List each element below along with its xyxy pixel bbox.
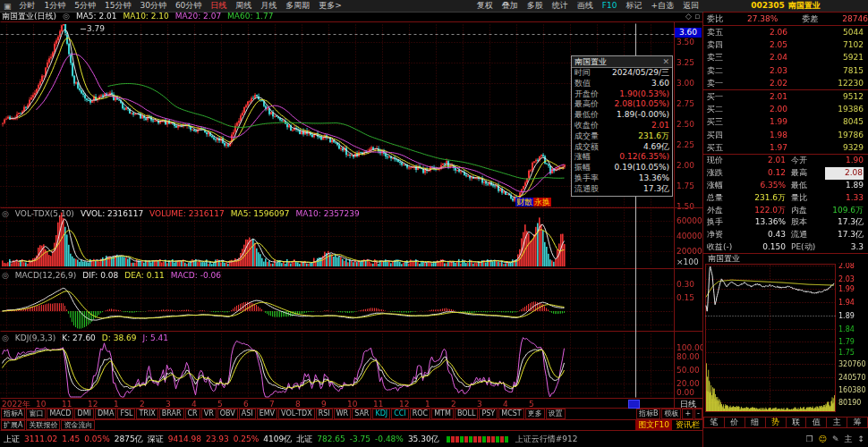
indicator-tab[interactable]: MACD bbox=[47, 409, 73, 419]
indicator-tab[interactable]: BRAR bbox=[159, 409, 184, 419]
menu-item-period[interactable]: 15分钟 bbox=[100, 0, 135, 12]
indicator-tab[interactable]: ROC bbox=[410, 409, 430, 419]
indicator-tab[interactable]: BOLL bbox=[455, 409, 479, 419]
indicator-tab[interactable]: VR bbox=[201, 409, 217, 419]
menu-item-tool[interactable]: 叠加 bbox=[498, 0, 523, 12]
indicator-tab[interactable]: MTM bbox=[431, 409, 454, 419]
menu-item-period[interactable]: 60分钟 bbox=[171, 0, 206, 12]
tools-menu: 复权叠加多股统计画线F10标记+自选返回 bbox=[472, 0, 703, 12]
indicator-tab-right[interactable]: - bbox=[694, 409, 702, 419]
close-icon[interactable]: ✕ bbox=[662, 56, 669, 67]
indicator-tab[interactable]: 更多 bbox=[525, 409, 545, 419]
right-panel-tab[interactable]: 值 bbox=[805, 417, 827, 428]
indicator-tab[interactable]: VOL-TDX bbox=[278, 409, 315, 419]
menu-item-tool[interactable]: 统计 bbox=[548, 0, 573, 12]
kline-info-tooltip[interactable]: 南国置业 ✕ 时间2024/05/29/三数值3.60开盘价1.90(0.53%… bbox=[571, 55, 673, 197]
menu-item-period[interactable]: 5分钟 bbox=[70, 0, 100, 12]
indicator-tab-right[interactable]: 指标B bbox=[636, 409, 661, 419]
sh-index-label[interactable]: 上证 bbox=[4, 434, 20, 445]
status-icon[interactable]: ☺ bbox=[819, 434, 827, 443]
bid-row[interactable]: 买三1.998045 bbox=[704, 115, 866, 128]
indicator-tab[interactable]: DMI bbox=[74, 409, 93, 419]
indicator-tab[interactable]: SAR bbox=[352, 409, 371, 419]
chart-header: 南国置业(日线) ◎ MA5: 2.01MA10: 2.10MA20: 2.07… bbox=[2, 12, 700, 21]
indicator-tab[interactable]: TRIX bbox=[136, 409, 157, 419]
menu-item-tool[interactable]: 标记 bbox=[621, 0, 646, 12]
bj-index-label[interactable]: 北证 bbox=[296, 434, 312, 445]
indicator-tab[interactable]: CCI bbox=[391, 409, 409, 419]
scrollbar-thumb[interactable] bbox=[628, 400, 640, 409]
right-panel-tab[interactable]: 势 bbox=[765, 417, 787, 428]
ask-row[interactable]: 卖五2.065044 bbox=[704, 26, 866, 38]
dropdown-icon[interactable]: ◎ bbox=[63, 12, 70, 21]
indicator-tab[interactable]: EMV bbox=[257, 409, 277, 419]
menu-item-tool[interactable]: 多股 bbox=[523, 0, 548, 12]
status-icon[interactable]: ↕ bbox=[857, 434, 864, 443]
right-panel-tab[interactable]: 联 bbox=[786, 417, 807, 428]
x-axis-label: 7 bbox=[269, 400, 295, 409]
ask-row[interactable]: 卖四2.057102 bbox=[704, 38, 866, 51]
bid-row[interactable]: 买二2.0019386 bbox=[704, 103, 866, 115]
menu-item-period[interactable]: 分时 bbox=[15, 0, 40, 12]
menu-item-period[interactable]: 月线 bbox=[256, 0, 281, 12]
status-icon[interactable]: 主 bbox=[844, 434, 852, 445]
ask-row[interactable]: 卖一2.0212230 bbox=[704, 77, 866, 89]
right-panel-tab[interactable]: 笔 bbox=[703, 417, 725, 428]
indicator-tab[interactable]: DMA bbox=[95, 409, 117, 419]
indicator-tab[interactable]: ASI bbox=[239, 409, 256, 419]
intraday-mini-chart-canvas[interactable] bbox=[703, 263, 868, 417]
indicator-tab[interactable]: PSY bbox=[479, 409, 498, 419]
indicator-tab[interactable]: WR bbox=[334, 409, 351, 419]
extension-tab[interactable]: 资金流向 bbox=[61, 420, 95, 430]
ma-value-label: MA5: 2.01 bbox=[76, 12, 117, 21]
zixun-button[interactable]: 资讯栏 bbox=[673, 420, 702, 430]
collapse-icon[interactable]: ◎ bbox=[2, 271, 9, 280]
indicator-tab-right[interactable]: 模板 bbox=[661, 409, 681, 419]
indicator-tab[interactable]: KDJ bbox=[372, 409, 390, 419]
indicator-tab[interactable]: 指标A bbox=[1, 409, 25, 419]
indicator-tab[interactable]: RSI bbox=[316, 409, 333, 419]
indicator-tab[interactable]: MCST bbox=[498, 409, 523, 419]
chart-corner-icons[interactable]: ◇ ▫ bbox=[685, 12, 700, 21]
ask-row[interactable]: 卖三2.045921 bbox=[704, 51, 866, 63]
extension-tab[interactable]: 扩展A bbox=[1, 420, 25, 430]
ask-row[interactable]: 卖二2.037815 bbox=[704, 64, 866, 77]
indicator-tab[interactable]: CR bbox=[185, 409, 200, 419]
sh-index-amount: 2875亿 bbox=[115, 434, 143, 445]
right-panel-tab[interactable]: 筹 bbox=[847, 417, 868, 428]
collapse-icon[interactable]: ◎ bbox=[2, 333, 9, 342]
indicator-tab[interactable]: 设置 bbox=[546, 409, 566, 419]
window-icon[interactable]: ▣ bbox=[0, 2, 15, 11]
menu-item-tool[interactable]: +自选 bbox=[646, 0, 678, 12]
bid-levels: 买一2.019512买二2.0019386买三1.998045买四1.98197… bbox=[704, 90, 866, 154]
sz-index-change: 23.93 bbox=[206, 434, 229, 443]
menu-item-tool[interactable]: 返回 bbox=[678, 0, 703, 12]
f10-button[interactable]: 图文F10 bbox=[635, 420, 672, 430]
status-icon[interactable]: ✎ bbox=[832, 434, 839, 443]
indicator-tab[interactable]: 窗口 bbox=[26, 409, 46, 419]
right-panel-tab[interactable]: 价 bbox=[724, 417, 745, 428]
menu-item-period[interactable]: 1分钟 bbox=[40, 0, 71, 12]
indicator-value-label: KDJ(9,3,3) bbox=[15, 333, 55, 342]
tooltip-row: 成交量231.6万 bbox=[572, 131, 672, 142]
status-icon[interactable]: ❐ bbox=[805, 434, 813, 443]
menu-item-tool[interactable]: 复权 bbox=[472, 0, 498, 12]
indicator-tab-right[interactable]: + bbox=[682, 409, 694, 419]
menu-item-tool[interactable]: F10 bbox=[598, 0, 622, 12]
extension-tab[interactable]: 关联报价 bbox=[26, 420, 60, 430]
menu-item-period[interactable]: 30分钟 bbox=[135, 0, 170, 12]
right-panel-tab[interactable]: 细 bbox=[745, 417, 766, 428]
menu-item-period[interactable]: 更多> bbox=[314, 0, 346, 12]
sz-index-label[interactable]: 深证 bbox=[148, 434, 164, 445]
collapse-icon[interactable]: ◎ bbox=[2, 209, 9, 218]
menu-item-period[interactable]: 周线 bbox=[231, 0, 256, 12]
bid-row[interactable]: 买一2.019512 bbox=[704, 90, 866, 103]
bid-row[interactable]: 买五1.979329 bbox=[704, 141, 866, 154]
menu-item-period[interactable]: 日线 bbox=[206, 0, 231, 12]
bid-row[interactable]: 买四1.9819786 bbox=[704, 129, 866, 141]
menu-item-tool[interactable]: 画线 bbox=[573, 0, 598, 12]
menu-item-period[interactable]: 多周期 bbox=[281, 0, 314, 12]
indicator-tab[interactable]: OBV bbox=[217, 409, 238, 419]
right-panel-tab[interactable]: 主 bbox=[826, 417, 847, 428]
indicator-tab[interactable]: FSL bbox=[117, 409, 135, 419]
